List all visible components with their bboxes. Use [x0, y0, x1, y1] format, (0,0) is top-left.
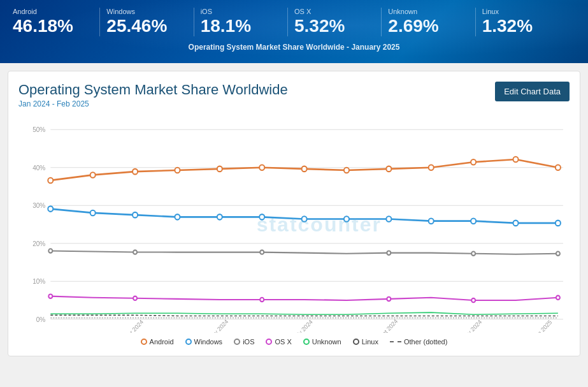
- windows-dot: [513, 220, 518, 226]
- osx-dot: [133, 296, 137, 300]
- legend-android-icon: [141, 339, 147, 345]
- chart-card: Operating System Market Share Worldwide …: [8, 71, 580, 356]
- android-dot: [513, 157, 518, 163]
- osx-dot: [260, 298, 264, 302]
- legend-osx: OS X: [266, 338, 291, 346]
- unknown-line: [50, 312, 558, 314]
- svg-text:July 2024: July 2024: [292, 318, 313, 332]
- windows-dot: [259, 214, 264, 220]
- svg-text:May 2024: May 2024: [207, 318, 229, 333]
- android-dot: [133, 169, 138, 175]
- chart-header: Operating System Market Share Worldwide …: [18, 82, 570, 108]
- svg-text:30%: 30%: [32, 202, 45, 209]
- windows-dot: [133, 212, 138, 218]
- legend-osx-label: OS X: [275, 338, 291, 346]
- ios-dot: [133, 250, 137, 254]
- windows-dot: [48, 206, 53, 212]
- windows-dot: [429, 218, 434, 224]
- legend-linux-label: Linux: [362, 338, 378, 346]
- windows-dot: [217, 214, 222, 220]
- ios-dot: [260, 250, 264, 254]
- chart-legend: Android Windows iOS OS X Unknown Linux O…: [18, 338, 570, 346]
- stat-osx-value: 5.32%: [294, 17, 368, 36]
- android-dot: [90, 172, 96, 178]
- chart-container: statcounter 50% 40% 30% 20% 10% 0% Mar 2…: [18, 116, 570, 333]
- android-dot: [471, 159, 476, 165]
- stat-osx-label: OS X: [294, 8, 368, 15]
- stat-windows-value: 25.46%: [106, 17, 180, 36]
- windows-dot: [386, 216, 391, 222]
- legend-windows: Windows: [185, 338, 223, 346]
- android-dot: [217, 166, 222, 172]
- stat-unknown-value: 2.69%: [388, 17, 462, 36]
- legend-ios: iOS: [234, 338, 254, 346]
- edit-chart-data-button[interactable]: Edit Chart Data: [495, 82, 570, 101]
- stat-unknown: Unknown 2.69%: [388, 8, 475, 36]
- legend-android-label: Android: [150, 338, 174, 346]
- stat-ios: iOS 18.1%: [201, 8, 288, 36]
- stat-windows-label: Windows: [106, 8, 180, 15]
- android-dot: [175, 168, 180, 173]
- chart-date-range: Jan 2024 - Feb 2025: [18, 99, 288, 108]
- osx-line: [50, 296, 558, 300]
- legend-osx-icon: [266, 339, 272, 345]
- legend-unknown: Unknown: [303, 338, 341, 346]
- stat-android-value: 46.18%: [13, 17, 87, 36]
- ios-dot: [556, 251, 560, 255]
- legend-linux-icon: [353, 339, 359, 345]
- svg-text:Mar 2024: Mar 2024: [123, 319, 145, 333]
- legend-unknown-icon: [303, 339, 310, 345]
- chart-title: Operating System Market Share Worldwide: [18, 82, 288, 98]
- legend-windows-label: Windows: [194, 338, 223, 346]
- stat-windows: Windows 25.46%: [106, 8, 194, 36]
- android-dot: [386, 166, 391, 172]
- android-dot: [556, 164, 561, 170]
- windows-dot: [302, 216, 307, 222]
- android-dot: [302, 166, 307, 172]
- stat-android: Android 46.18%: [13, 8, 100, 36]
- osx-dot: [48, 294, 52, 298]
- android-dot: [429, 164, 434, 170]
- svg-text:20%: 20%: [32, 240, 45, 247]
- windows-dot: [471, 218, 476, 224]
- chart-title-block: Operating System Market Share Worldwide …: [18, 82, 288, 108]
- legend-ios-label: iOS: [243, 338, 254, 346]
- legend-unknown-label: Unknown: [312, 338, 341, 346]
- legend-other-label: Other (dotted): [404, 338, 447, 346]
- android-dot: [344, 168, 349, 173]
- stats-row: Android 46.18% Windows 25.46% iOS 18.1% …: [13, 8, 575, 36]
- stat-ios-value: 18.1%: [201, 17, 275, 36]
- windows-dot: [556, 220, 561, 226]
- svg-text:0%: 0%: [36, 316, 46, 323]
- osx-dot: [556, 295, 560, 299]
- legend-other-icon: [390, 341, 401, 342]
- stat-android-label: Android: [13, 8, 87, 15]
- stat-linux-label: Linux: [482, 8, 556, 15]
- stat-linux-value: 1.32%: [482, 17, 556, 36]
- legend-android: Android: [141, 338, 174, 346]
- stat-linux: Linux 1.32%: [482, 8, 569, 36]
- legend-other: Other (dotted): [390, 338, 447, 346]
- stat-unknown-label: Unknown: [388, 8, 462, 15]
- osx-dot: [471, 298, 475, 302]
- windows-dot: [344, 216, 349, 222]
- svg-text:Jan 2025: Jan 2025: [532, 319, 553, 333]
- svg-text:Sept 2024: Sept 2024: [376, 318, 399, 332]
- android-dot: [259, 164, 264, 170]
- osx-dot: [387, 296, 391, 300]
- legend-windows-icon: [185, 339, 192, 345]
- svg-text:Nov 2024: Nov 2024: [461, 318, 483, 332]
- stat-ios-label: iOS: [201, 8, 275, 15]
- legend-ios-icon: [234, 339, 240, 345]
- stat-osx: OS X 5.32%: [294, 8, 382, 36]
- windows-dot: [90, 210, 96, 215]
- windows-dot: [175, 214, 180, 220]
- ios-dot: [387, 251, 391, 254]
- legend-linux: Linux: [353, 338, 378, 346]
- svg-text:10%: 10%: [32, 278, 45, 285]
- linux-line: [50, 315, 558, 316]
- svg-text:50%: 50%: [32, 126, 45, 133]
- ios-line: [50, 251, 558, 254]
- banner-subtitle: Operating System Market Share Worldwide …: [13, 43, 575, 52]
- top-banner: Android 46.18% Windows 25.46% iOS 18.1% …: [0, 0, 588, 63]
